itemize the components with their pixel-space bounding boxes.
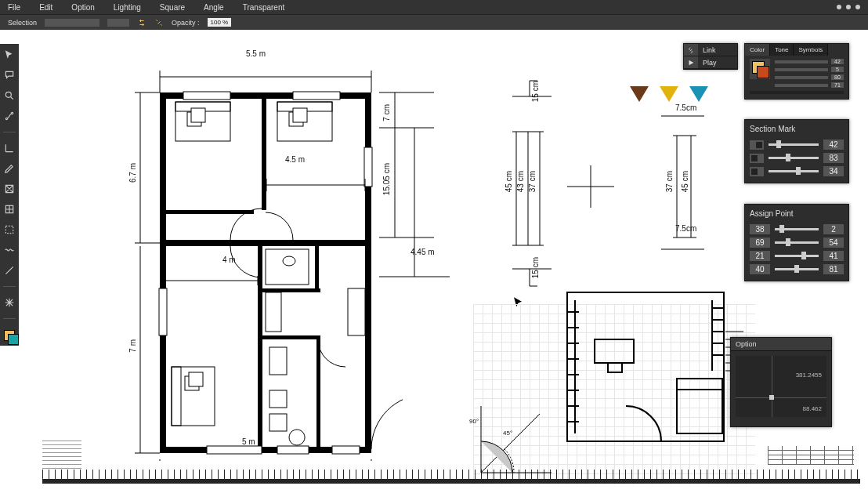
color-val-4[interactable]: 71 [831, 82, 844, 88]
assign-slider-3[interactable] [775, 255, 819, 257]
assign-l-3[interactable]: 21 [750, 251, 770, 261]
color-val-2[interactable]: 5 [831, 67, 844, 72]
assign-slider-2[interactable] [775, 241, 819, 244]
dim-det-bot: 15 cm [531, 257, 540, 278]
color-slider-2[interactable] [775, 68, 828, 71]
color-swatch-icon[interactable] [4, 330, 15, 341]
option-anglebox[interactable]: 381.2455 88.462 [736, 356, 826, 417]
dim-inner-a: 4.5 m [285, 155, 305, 164]
section-toggle-3[interactable] [750, 167, 764, 176]
section-slider-2[interactable] [769, 157, 819, 159]
assign-l-2[interactable]: 69 [750, 237, 770, 248]
dim-det-la: 45 cm [505, 171, 513, 192]
assign-r-2[interactable]: 54 [823, 237, 844, 248]
assign-slider-4[interactable] [775, 268, 819, 270]
color-val-3[interactable]: 80 [831, 74, 844, 80]
section-toggle-2[interactable] [750, 154, 764, 163]
menu-transparent[interactable]: Transparent [243, 3, 285, 12]
svg-rect-36 [189, 372, 203, 386]
line-tool-icon[interactable] [3, 264, 16, 277]
window-max-icon[interactable] [846, 5, 851, 9]
canvas[interactable]: 5.5 m 6.7 m 7 m 4.5 m 4 m 5 m 7 cm 15.05… [19, 30, 868, 504]
svg-rect-19 [293, 92, 340, 100]
svg-rect-23 [332, 446, 360, 454]
dashed-tool-icon[interactable] [3, 223, 16, 236]
assign-l-4[interactable]: 40 [750, 264, 770, 274]
zoom-tool-icon[interactable] [3, 89, 16, 102]
comment-tool-icon[interactable] [3, 69, 16, 82]
dim-left-upper: 6.7 m [128, 163, 137, 183]
angle-90: 90° [469, 418, 479, 425]
ruler-bottom [42, 470, 860, 480]
grid-edit-tool-icon[interactable] [3, 203, 16, 216]
svg-rect-38 [266, 292, 281, 332]
menu-file[interactable]: File [8, 3, 20, 12]
cursor-tool-icon[interactable] [3, 49, 16, 61]
svg-rect-22 [277, 446, 309, 454]
option-title: Option [731, 338, 831, 351]
svg-point-1 [5, 118, 7, 119]
tab-symbols[interactable]: Symbols [794, 44, 828, 56]
play-row[interactable]: Play [684, 56, 737, 69]
color-val-1[interactable]: 42 [831, 59, 844, 64]
swap-icon[interactable] [137, 18, 146, 27]
link-break-icon[interactable] [154, 18, 164, 27]
assign-r-4[interactable]: 81 [823, 264, 844, 274]
color-slider-3[interactable] [775, 76, 828, 79]
link-row[interactable]: Link [684, 44, 737, 56]
section-toggle-1[interactable] [750, 140, 764, 150]
color-slider-1[interactable] [775, 60, 828, 63]
svg-rect-34 [172, 367, 181, 426]
origin-tool-icon[interactable] [3, 142, 16, 154]
dim-det-rb: 45 cm [681, 171, 689, 192]
dim-inner-b: 4 m [222, 256, 236, 264]
section-val-3[interactable]: 34 [823, 166, 844, 176]
field-1[interactable] [45, 19, 99, 27]
svg-rect-98 [608, 363, 622, 372]
dim-det-lb: 43 cm [516, 171, 525, 192]
section-slider-3[interactable] [769, 170, 819, 172]
floor-plan-main [113, 53, 403, 461]
window-min-icon[interactable] [837, 5, 841, 9]
assign-l-1[interactable]: 38 [750, 224, 770, 234]
swatch-preview[interactable] [750, 59, 770, 79]
menu-angle[interactable]: Angle [204, 3, 224, 12]
field-2[interactable] [107, 19, 129, 27]
section-val-1[interactable]: 42 [823, 140, 844, 150]
play-label: Play [698, 59, 717, 67]
opacity-label: Opacity : [172, 19, 200, 27]
link-label: Link [698, 46, 716, 54]
section-val-2[interactable]: 83 [823, 153, 844, 163]
color-slider-4[interactable] [775, 84, 828, 87]
dim-det-rtop: 7.5cm [675, 103, 696, 112]
floor-plan-small [552, 285, 755, 457]
svg-rect-11 [258, 246, 262, 340]
panel-option[interactable]: Option 381.2455 88.462 [730, 337, 832, 427]
assign-r-3[interactable]: 41 [823, 251, 844, 261]
tab-tone[interactable]: Tone [770, 44, 794, 56]
v-scale [42, 437, 81, 469]
svg-rect-7 [365, 92, 371, 453]
node-tool-icon[interactable] [3, 110, 16, 122]
mini-table [768, 446, 854, 465]
svg-rect-14 [315, 246, 319, 292]
dim-right-b: 15.05 cm [382, 163, 391, 195]
opacity-value[interactable]: 100 % [208, 18, 232, 27]
menu-square[interactable]: Square [160, 3, 185, 12]
menu-option[interactable]: Option [71, 3, 94, 12]
dim-det-ra: 37 cm [665, 171, 674, 192]
tab-color[interactable]: Color [745, 44, 770, 56]
window-close-icon[interactable] [855, 5, 860, 9]
link-icon [684, 44, 698, 56]
menu-edit[interactable]: Edit [39, 3, 52, 12]
menu-lighting[interactable]: Lighting [114, 3, 141, 12]
wave-tool-icon[interactable] [3, 244, 16, 256]
assign-slider-1[interactable] [775, 228, 819, 230]
pen-tool-icon[interactable] [3, 162, 16, 175]
burst-tool-icon[interactable] [3, 296, 16, 309]
angle-45: 45° [503, 430, 512, 437]
assign-r-1[interactable]: 2 [823, 224, 844, 234]
svg-rect-9 [160, 240, 371, 246]
grid-x-tool-icon[interactable] [3, 183, 16, 195]
section-slider-1[interactable] [769, 143, 819, 146]
